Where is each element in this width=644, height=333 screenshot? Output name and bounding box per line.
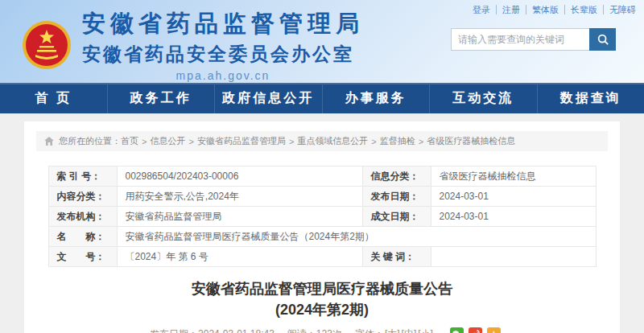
share-icons: ★ [445,327,501,333]
page: 登录注册繁体版长辈版无障碍 安徽省药品监督管理局 安徽省药品安全委员会办公室 m… [0,0,644,333]
document-info-table: 索 引 号： 002986504/202403-00006 信息分类： 省级医疗… [48,166,597,267]
search-icon [597,33,609,46]
share-wechat-button[interactable] [450,327,464,333]
nav-item-government-work[interactable]: 政务工作 [107,83,215,113]
site-search [451,28,616,51]
breadcrumb-current[interactable]: 省级医疗器械抽检信息 [427,135,515,147]
read-count: 阅读：123次 [287,327,342,333]
font-size-medium[interactable]: [中] [402,328,417,333]
article-title: 安徽省药品监督管理局医疗器械质量公告 (2024年第2期) [36,278,608,320]
brand-text: 安徽省药品监督管理局 安徽省药品安全委员会办公室 mpa.ah.gov.cn [82,8,364,82]
star-icon: ★ [489,329,497,333]
article-title-line2: (2024年第2期) [36,299,608,320]
article-meta: 发布日期：2024-03-01 18:43 阅读：123次 字体：[大][中][… [36,327,608,333]
breadcrumb-home[interactable]: 首页 [121,135,138,147]
publish-org-label: 发布机构： [48,207,117,227]
site-title-secondary: 安徽省药品安全委员会办公室 [82,42,364,67]
table-row: 发布机构： 安徽省药品监督管理局 成文日期： 2024-03-01 [48,207,596,227]
site-header: 登录注册繁体版长辈版无障碍 安徽省药品监督管理局 安徽省药品安全委员会办公室 m… [0,0,644,83]
breadcrumb: 您所在的位置： 首页 > 信息公开 > 安徽省药品监督管理局 > 重点领域信息公… [36,131,608,151]
breadcrumb-sampling[interactable]: 监督抽检 [380,135,415,147]
search-button[interactable] [589,28,616,51]
publish-date-label: 发布日期： [362,187,431,207]
breadcrumb-separator: > [142,137,147,146]
publish-datetime: 发布日期：2024-03-01 18:43 [150,327,275,333]
keyword-label: 关 键 词： [362,247,431,267]
doc-number-label: 文 号： [48,247,117,267]
breadcrumb-separator: > [419,137,423,146]
content-class-value: 用药安全警示,公告,2024年 [117,187,362,207]
article-title-line1: 安徽省药品监督管理局医疗器械质量公告 [36,278,608,299]
nav-item-services[interactable]: 办事服务 [322,83,430,113]
publish-org-value: 安徽省药品监督管理局 [117,207,362,227]
content-class-label: 内容分类： [48,187,117,207]
accessibility-link[interactable]: 无障碍 [604,5,636,14]
login-link[interactable]: 登录 [467,5,497,14]
doc-name-value: 安徽省药品监督管理局医疗器械质量公告（2024年第2期） [117,227,596,247]
font-size-small[interactable]: [小] [418,328,433,333]
nav-item-interaction[interactable]: 互动交流 [429,83,537,113]
index-number-value: 002986504/202403-00006 [117,166,362,187]
breadcrumb-separator: > [371,137,376,146]
main-nav: 首 页 政务工作 政府信息公开 办事服务 互动交流 数据查询 [0,83,644,113]
table-row: 内容分类： 用药安全警示,公告,2024年 发布日期： 2024-03-01 [48,187,596,207]
breadcrumb-separator: > [289,137,294,146]
font-size-label: 字体： [355,328,384,333]
breadcrumb-prefix: 您所在的位置： [59,135,121,147]
table-row: 索 引 号： 002986504/202403-00006 信息分类： 省级医疗… [48,166,596,187]
breadcrumb-info-disclosure[interactable]: 信息公开 [150,135,185,147]
font-size-controls: 字体：[大][中][小] [355,327,434,333]
search-input[interactable] [451,28,589,51]
keyword-value [431,247,596,267]
written-date-label: 成文日期： [362,207,431,227]
favorite-star-button[interactable]: ★ [487,327,501,333]
top-utility-links: 登录注册繁体版长辈版无障碍 [467,4,636,16]
elderly-version-link[interactable]: 长辈版 [565,5,604,14]
breadcrumb-key-areas[interactable]: 重点领域信息公开 [297,135,368,147]
publish-date-value: 2024-03-01 [431,187,596,207]
breadcrumb-separator: > [188,137,193,146]
register-link[interactable]: 注册 [497,5,526,14]
traditional-chinese-link[interactable]: 繁体版 [526,5,565,14]
nav-item-info-disclosure[interactable]: 政府信息公开 [214,83,322,113]
info-class-value: 省级医疗器械抽检信息 [431,166,596,187]
home-icon [44,137,54,146]
nav-item-home[interactable]: 首 页 [0,83,107,113]
site-brand: 安徽省药品监督管理局 安徽省药品安全委员会办公室 mpa.ah.gov.cn [21,8,364,82]
font-size-large[interactable]: [大] [385,328,400,333]
content-card: 您所在的位置： 首页 > 信息公开 > 安徽省药品监督管理局 > 重点领域信息公… [24,121,620,333]
table-row: 名 称： 安徽省药品监督管理局医疗器械质量公告（2024年第2期） [48,227,596,247]
site-title-primary: 安徽省药品监督管理局 [82,8,364,40]
info-class-label: 信息分类： [362,166,431,187]
index-number-label: 索 引 号： [48,166,117,187]
written-date-value: 2024-03-01 [431,207,596,227]
weibo-icon [471,330,480,333]
nav-item-data-query[interactable]: 数据查询 [537,83,644,113]
breadcrumb-agency[interactable]: 安徽省药品监督管理局 [197,135,286,147]
doc-number-value: 〔2024〕年 第 6 号 [117,247,362,267]
doc-name-label: 名 称： [48,227,117,247]
national-emblem-logo [21,19,72,71]
share-weibo-button[interactable] [469,327,482,333]
table-row: 文 号： 〔2024〕年 第 6 号 关 键 词： [48,247,596,267]
site-url: mpa.ah.gov.cn [82,69,364,82]
